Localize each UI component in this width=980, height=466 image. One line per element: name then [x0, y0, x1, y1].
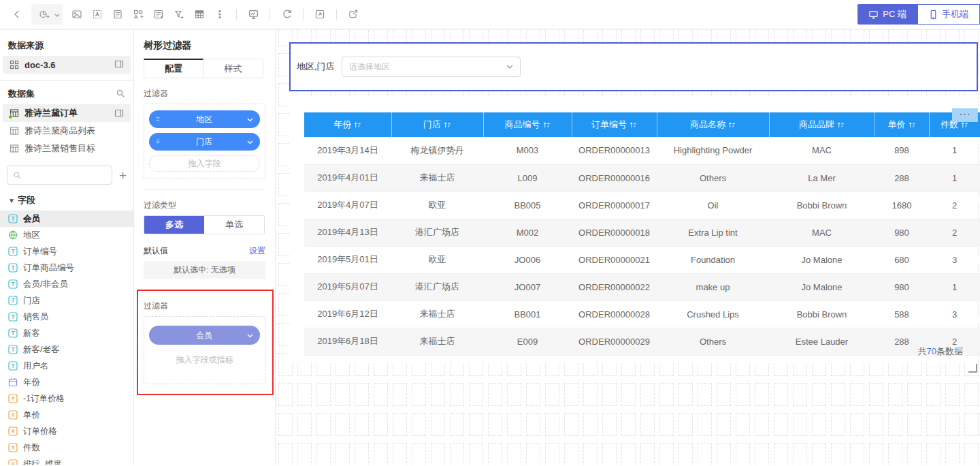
collapse-caret-icon[interactable]: ▼	[8, 197, 15, 204]
data-source-item[interactable]: doc-3.6	[3, 56, 131, 74]
widget-shapes-icon[interactable]	[128, 4, 148, 25]
filter-pill-store[interactable]: ⠿ 门店	[149, 133, 260, 151]
default-value-settings-link[interactable]: 设置	[249, 245, 265, 257]
more-icon[interactable]	[210, 4, 230, 25]
open-panel-icon[interactable]	[114, 59, 124, 71]
field-item-number[interactable]: #单价	[0, 407, 133, 423]
field-item-text[interactable]: T会员	[0, 211, 133, 227]
sort-icon[interactable]	[354, 121, 361, 129]
tree-filter-widget[interactable]: 地区,门店 请选择地区	[289, 42, 978, 91]
open-panel-icon[interactable]	[114, 108, 124, 118]
table-column-header[interactable]: 商品名称	[657, 112, 769, 137]
phone-icon	[929, 10, 938, 20]
dataset-item[interactable]: 雅诗兰黛订单	[3, 104, 131, 122]
device-switch: PC 端 手机端	[858, 4, 980, 25]
add-chart-group[interactable]	[31, 4, 63, 25]
sort-icon[interactable]	[909, 121, 916, 129]
sort-icon[interactable]	[444, 121, 451, 129]
member-filter-dropzone[interactable]: 会员 拖入字段或指标	[144, 316, 265, 384]
chevron-down-icon[interactable]	[247, 137, 253, 146]
field-search-input[interactable]	[7, 166, 112, 185]
sort-icon[interactable]	[728, 121, 736, 129]
field-item-text[interactable]: T新客	[0, 325, 133, 341]
field-item-number[interactable]: #排行_维度	[0, 456, 133, 465]
form-icon[interactable]	[108, 4, 128, 25]
field-item-text[interactable]: T会员/非会员	[0, 276, 133, 292]
table-cell: 来福士店	[391, 328, 483, 355]
field-item-text[interactable]: T销售员	[0, 309, 133, 325]
svg-text:#: #	[12, 395, 15, 402]
field-item-text[interactable]: T新客/老客	[0, 341, 133, 358]
chevron-down-icon[interactable]	[247, 114, 253, 124]
chevron-down-icon[interactable]	[247, 330, 253, 340]
chevron-down-icon	[506, 65, 513, 69]
table-cell: ORDER00000013	[572, 137, 657, 164]
field-item-number[interactable]: #订单价格	[0, 423, 133, 439]
pc-view-button[interactable]: PC 端	[858, 4, 917, 25]
table-column-header[interactable]: 订单编号	[572, 112, 657, 137]
chart-type-dropdown-icon[interactable]	[54, 8, 60, 20]
drag-handle-icon[interactable]: ⠿	[156, 141, 161, 143]
resize-handle[interactable]	[968, 364, 977, 373]
sort-icon[interactable]	[630, 121, 637, 129]
add-chart-icon[interactable]	[34, 4, 54, 25]
sort-icon[interactable]	[543, 121, 551, 129]
fullscreen-icon[interactable]	[310, 4, 330, 25]
tab-style[interactable]: 样式	[203, 59, 263, 78]
table-cell: Estee Lauder	[769, 328, 875, 355]
table-cell: 来福士店	[391, 300, 483, 328]
toolbar-separator	[270, 9, 270, 20]
field-item-text[interactable]: T用户名	[0, 358, 133, 374]
single-select-option[interactable]: 单选	[204, 216, 264, 234]
mobile-view-button[interactable]: 手机端	[917, 4, 980, 25]
add-field-button[interactable]: +	[119, 169, 127, 182]
sidebar-divider	[0, 80, 133, 81]
drag-handle-icon[interactable]: ⠿	[156, 119, 161, 121]
refresh-icon[interactable]	[276, 4, 297, 25]
text-field-icon: T	[8, 361, 18, 371]
svg-text:#: #	[12, 444, 15, 451]
table-column-header[interactable]: 商品编号	[483, 112, 572, 137]
drop-field-metric-placeholder: 拖入字段或指标	[149, 354, 260, 366]
field-item-number[interactable]: #-1订单价格	[0, 390, 133, 407]
sort-icon[interactable]	[961, 121, 968, 129]
image-icon[interactable]	[67, 4, 87, 25]
order-table-widget[interactable]: ··· 年份 门店 商品编号 订单编号 商品名称 商品品牌	[289, 97, 978, 362]
text-icon[interactable]	[87, 4, 108, 25]
filter-dropzone[interactable]: ⠿ 地区 ⠿ 门店 拖入字段	[144, 104, 265, 178]
table-row: 2019年4月07日欧亚BB005ORDER00000017OilBobbi B…	[304, 191, 980, 219]
back-icon[interactable]	[7, 4, 27, 25]
filter-pill-member[interactable]: 会员	[149, 326, 260, 345]
svg-text:#: #	[12, 411, 15, 418]
sort-icon[interactable]	[837, 121, 845, 129]
dataset-search-icon[interactable]	[116, 89, 125, 100]
table-cell: 港汇广场店	[391, 219, 483, 246]
share-icon[interactable]	[343, 4, 363, 25]
field-item-text[interactable]: T门店	[0, 292, 133, 309]
field-item-date[interactable]: 年份	[0, 374, 133, 390]
table-column-header[interactable]: 门店	[391, 112, 483, 137]
filter-list-icon[interactable]	[148, 4, 169, 25]
table-more-menu-icon[interactable]: ···	[952, 108, 978, 122]
tab-config[interactable]: 配置	[144, 59, 203, 78]
preview-icon[interactable]	[243, 4, 263, 25]
field-item-text[interactable]: T订单编号	[0, 243, 133, 260]
report-table-icon[interactable]	[189, 4, 210, 25]
dashboard-canvas[interactable]: 地区,门店 请选择地区 ··· 年份 门店 商品编号 订单编号	[276, 30, 980, 465]
dataset-item[interactable]: 雅诗兰黛销售目标	[3, 140, 131, 157]
dataset-item[interactable]: 雅诗兰黛商品列表	[3, 122, 131, 140]
field-item-geo[interactable]: 地区	[0, 227, 133, 243]
region-select[interactable]: 请选择地区	[342, 57, 521, 77]
table-cell: Others	[657, 328, 769, 355]
table-row: 2019年5月07日港汇广场店JO007ORDER00000022make up…	[304, 273, 980, 300]
funnel-add-icon[interactable]	[169, 4, 189, 25]
table-column-header[interactable]: 年份	[304, 112, 391, 137]
table-column-header[interactable]: 单价	[875, 112, 929, 137]
table-column-header[interactable]: 商品品牌	[769, 112, 875, 137]
filter-pill-region[interactable]: ⠿ 地区	[149, 110, 260, 128]
multi-select-option[interactable]: 多选	[144, 216, 204, 234]
table-cell: Bobbi Brown	[769, 300, 875, 328]
field-item-text[interactable]: T订单商品编号	[0, 260, 133, 276]
number-field-icon: #	[8, 443, 18, 452]
field-item-number[interactable]: #件数	[0, 439, 133, 456]
